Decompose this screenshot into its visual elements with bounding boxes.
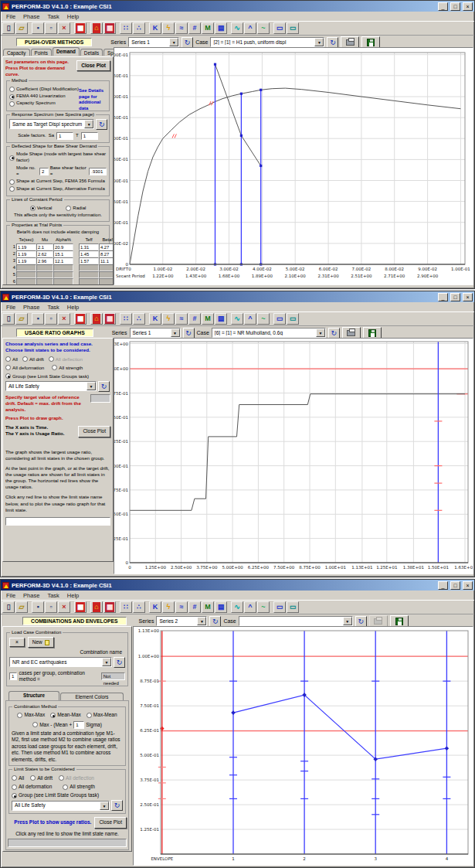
cases-per-group-field[interactable]: 1 [9, 672, 17, 680]
component-grid-icon[interactable]: ▦ [103, 601, 116, 613]
tab-capacity[interactable]: Capacity [3, 49, 30, 56]
menu-task[interactable]: Task [43, 304, 63, 311]
perform-monitor-icon[interactable]: ▦ [74, 601, 87, 613]
close-button[interactable]: × [463, 581, 473, 590]
load-cases-icon[interactable]: ϟ [162, 22, 175, 34]
save-options-icon[interactable]: ▫ [45, 601, 57, 613]
radio-mode-shape[interactable]: Mode Shape (mode with largest base shear… [9, 151, 107, 164]
new-document-icon[interactable]: ▯ [2, 313, 15, 325]
menu-help[interactable]: Help [63, 592, 83, 599]
structure-icon[interactable]: ⌂ [90, 313, 103, 325]
save-plot-button[interactable] [390, 615, 409, 627]
radio-all-strength[interactable]: All strength [63, 784, 95, 790]
chevron-down-icon[interactable]: ▼ [84, 120, 93, 128]
radio-all-drift[interactable]: All drift [30, 775, 53, 781]
limit-states-icon[interactable]: ▤ [215, 22, 227, 34]
elements-icon[interactable]: ∴ [133, 601, 145, 613]
elements-icon[interactable]: ∴ [133, 313, 145, 325]
pushover-curve-icon[interactable]: ∿ [231, 22, 243, 34]
chevron-down-icon[interactable]: ▼ [316, 328, 325, 337]
frames-icon[interactable]: K [149, 22, 161, 34]
combination-select[interactable]: NR and EC earthquakes▼ [9, 657, 112, 667]
close-plot-button[interactable]: Close Plot [94, 817, 127, 828]
gravity-icon[interactable]: ≈ [175, 601, 188, 613]
chevron-down-icon[interactable]: ▼ [87, 382, 96, 390]
display-2-icon[interactable]: ▭ [287, 22, 299, 34]
chevron-down-icon[interactable]: ▼ [314, 38, 324, 46]
radio-all[interactable]: All [5, 356, 18, 363]
menu-task[interactable]: Task [43, 13, 63, 20]
menu-help[interactable]: Help [63, 13, 83, 20]
menu-phase[interactable]: Phase [19, 592, 43, 599]
tools-x-icon[interactable]: × [58, 313, 70, 325]
title-bar[interactable]: PERFORM-3D V4.1.0 : Example CSI1 _ □ × [1, 1, 474, 12]
perform-monitor-icon[interactable]: ▦ [74, 313, 87, 325]
chevron-down-icon[interactable]: ▼ [171, 328, 180, 337]
mode-no-field[interactable]: 2 [39, 168, 49, 175]
tools-x-icon[interactable]: × [58, 601, 70, 613]
minimize-button[interactable]: _ [438, 2, 448, 11]
save-options-icon[interactable]: ▫ [45, 22, 57, 34]
radio-fema440[interactable]: FEMA 440 Linearization [9, 94, 80, 100]
display-1-icon[interactable]: ▭ [273, 22, 286, 34]
envelope-chart-icon[interactable]: ~ [257, 313, 270, 325]
envelope-chart-icon[interactable]: ~ [257, 22, 270, 34]
radio-coefficient[interactable]: Coefficient (Displ Modification) [9, 87, 80, 93]
close-plot-button[interactable]: Close Plot [78, 426, 110, 437]
gravity-icon[interactable]: ≈ [175, 22, 188, 34]
load-cases-icon[interactable]: ϟ [162, 601, 175, 613]
case-select[interactable]: [6] = [1] = NR Mulholland, 0.6g▼ [212, 328, 326, 338]
limit-state-name-field[interactable] [8, 839, 127, 847]
save-icon[interactable]: ▪ [32, 313, 44, 325]
radio-max-mean-sigma[interactable]: Max - (Mean + 1 Sigma) [12, 721, 123, 729]
chevron-down-icon[interactable]: ▼ [102, 658, 111, 666]
pushover-chart[interactable]: 05.00E-021.00E-011.50E-012.00E-012.50E-0… [114, 47, 473, 285]
radio-group[interactable]: Group (see Limit State Groups task) [12, 792, 123, 798]
frames-icon[interactable]: K [149, 601, 161, 613]
nodes-icon[interactable]: ∷ [120, 313, 132, 325]
sections-icon[interactable]: # [188, 313, 201, 325]
radio-fema356-shape[interactable]: Shape at Current Step, FEMA 356 Formula [9, 179, 107, 185]
pushover-curve-icon[interactable]: ∿ [231, 313, 243, 325]
gravity-icon[interactable]: ≈ [175, 313, 188, 325]
series-select[interactable]: Series 1▼ [130, 328, 181, 338]
perform-monitor-icon[interactable]: ▦ [74, 22, 87, 34]
menu-file[interactable]: File [2, 592, 19, 599]
load-cases-icon[interactable]: ϟ [162, 313, 175, 325]
sections-icon[interactable]: # [188, 22, 201, 34]
save-plot-button[interactable] [361, 36, 380, 48]
new-document-icon[interactable]: ▯ [2, 601, 15, 613]
mode-shapes-icon[interactable]: M [202, 313, 214, 325]
tab-element-colors[interactable]: Element Colors [60, 693, 124, 700]
limit-states-icon[interactable]: ▤ [215, 313, 227, 325]
series-refresh-button[interactable]: ↻ [183, 328, 195, 339]
radio-max-mean[interactable]: Max-Mean [87, 712, 117, 718]
pushover-curve-icon[interactable]: ∿ [231, 601, 243, 613]
structure-icon[interactable]: ⌂ [90, 601, 103, 613]
case-select[interactable]: ▼ [239, 616, 353, 626]
open-folder-icon[interactable]: ▱ [15, 601, 28, 613]
series-select[interactable]: Series 1▼ [128, 37, 179, 47]
usage-ratio-icon[interactable]: ^ [244, 601, 256, 613]
case-refresh-button[interactable]: ↻ [327, 37, 338, 48]
radio-all-drift[interactable]: All drift [22, 356, 44, 363]
envelope-chart-icon[interactable]: ~ [257, 601, 270, 613]
radio-alternative-shape[interactable]: Shape at Current Step, Alternative Formu… [9, 186, 107, 192]
limit-states-icon[interactable]: ▤ [215, 601, 227, 613]
open-folder-icon[interactable]: ▱ [15, 313, 28, 325]
chevron-down-icon[interactable]: ▼ [100, 802, 109, 810]
radio-max-max[interactable]: Max-Max [17, 712, 45, 718]
case-refresh-button[interactable]: ↻ [355, 616, 367, 627]
elements-icon[interactable]: ∴ [133, 22, 145, 34]
limit-state-group-select[interactable]: All Life Safety▼ [5, 381, 97, 391]
component-grid-icon[interactable]: ▦ [103, 313, 116, 325]
usage-ratio-icon[interactable]: ^ [244, 22, 256, 34]
minimize-button[interactable]: _ [438, 581, 448, 590]
radio-all-deformation[interactable]: All deformation [12, 784, 52, 790]
menu-phase[interactable]: Phase [19, 304, 43, 311]
menu-phase[interactable]: Phase [19, 13, 43, 20]
maximize-button[interactable]: □ [450, 2, 460, 11]
radio-capacity-spectrum[interactable]: Capacity Spectrum [9, 100, 80, 107]
radio-group[interactable]: Group (see Limit State Groups task) [5, 373, 110, 380]
menu-help[interactable]: Help [63, 304, 83, 311]
